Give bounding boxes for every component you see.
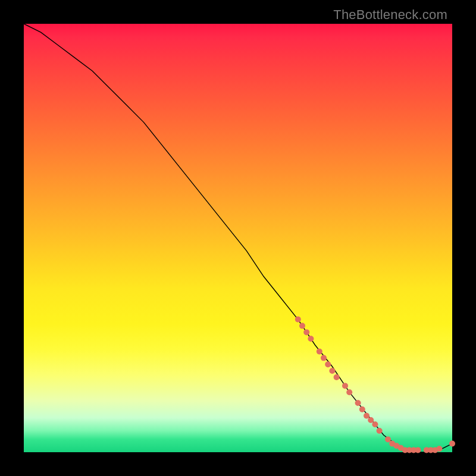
data-point [415, 447, 421, 453]
data-point [303, 329, 309, 335]
bottleneck-curve [24, 24, 452, 452]
data-point [364, 413, 369, 419]
chart-svg [24, 24, 452, 452]
data-point [329, 368, 335, 374]
data-point [359, 406, 365, 412]
chart-plot-area [24, 24, 452, 452]
data-point [385, 436, 391, 442]
marker-group [295, 317, 455, 453]
data-point [346, 389, 352, 395]
data-point [355, 400, 361, 406]
data-point [295, 317, 301, 322]
data-point [436, 446, 442, 452]
data-point [299, 323, 305, 329]
data-point [317, 349, 322, 355]
data-point [342, 383, 348, 389]
data-point [308, 336, 314, 342]
data-point [377, 428, 383, 434]
data-point [334, 374, 340, 380]
watermark-text: TheBottleneck.com [333, 7, 447, 23]
data-point [325, 361, 331, 367]
chart-frame: TheBottleneck.com [0, 0, 476, 476]
data-point [372, 421, 378, 427]
data-point [321, 355, 327, 361]
data-point [368, 417, 374, 423]
data-point [449, 441, 455, 447]
